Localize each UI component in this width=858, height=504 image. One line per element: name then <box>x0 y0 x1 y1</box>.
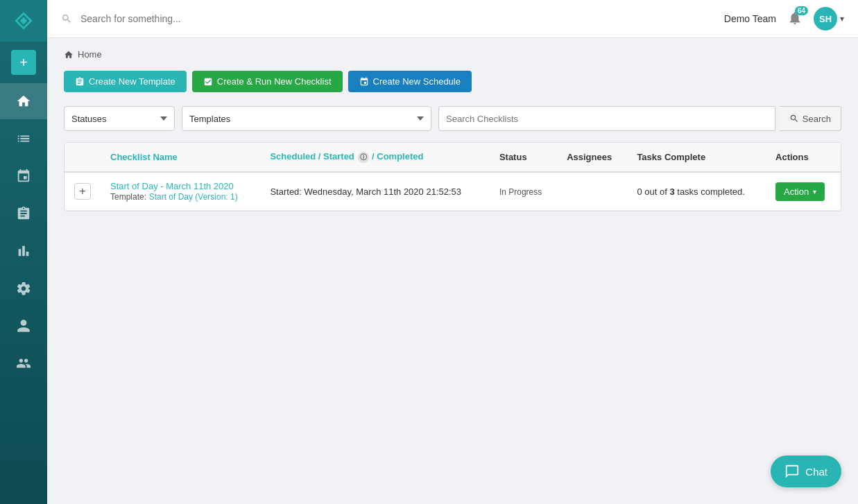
avatar-dropdown-arrow: ▾ <box>840 14 844 24</box>
calendar-icon <box>16 168 31 184</box>
chat-button[interactable]: Chat <box>771 455 841 487</box>
tasks-done: 0 <box>637 186 642 197</box>
notification-badge: 64 <box>795 6 808 15</box>
topbar-search-input[interactable] <box>80 13 716 24</box>
search-btn-label: Search <box>803 114 831 124</box>
sidebar-navigation <box>0 83 47 381</box>
app-logo-icon <box>11 8 36 33</box>
clipboard-icon <box>16 206 31 221</box>
sidebar: + <box>0 0 47 504</box>
sidebar-item-user[interactable] <box>0 308 47 344</box>
action-caret-icon: ▾ <box>813 188 816 195</box>
topbar-search-icon <box>61 13 72 24</box>
topbar: Demo Team 64 SH ▾ <box>47 0 858 38</box>
create-template-button[interactable]: Create New Template <box>64 71 187 92</box>
template-icon <box>75 77 85 87</box>
checklist-name-link[interactable]: Start of Day - March 11th 2020 <box>110 181 234 191</box>
col-header-checkbox <box>65 143 101 172</box>
breadcrumb: Home <box>64 49 841 60</box>
checklists-table-container: Checklist Name Scheduled / Started ⓘ / C… <box>64 142 841 211</box>
tasks-out-of: out of <box>644 186 667 197</box>
tasks-total: 3 <box>669 186 674 197</box>
sidebar-item-schedules[interactable] <box>0 158 47 194</box>
breadcrumb-home-icon <box>64 50 74 60</box>
template-filter[interactable]: Templates <box>182 106 431 131</box>
checklist-run-icon <box>203 77 213 87</box>
user-icon <box>16 318 31 333</box>
chat-bubble-icon <box>784 464 800 479</box>
search-checklists-wrapper: Search <box>438 106 841 131</box>
create-run-checklist-button[interactable]: Create & Run New Checklist <box>192 71 343 92</box>
col-header-actions: Actions <box>766 143 841 172</box>
row-action-cell: Action ▾ <box>766 172 841 211</box>
row-checklist-name-cell: Start of Day - March 11th 2020 Template:… <box>101 172 260 211</box>
col-header-status: Status <box>490 143 557 172</box>
template-version-link[interactable]: Start of Day (Version: 1) <box>149 192 238 202</box>
users-icon <box>16 356 31 371</box>
sidebar-item-templates[interactable] <box>0 195 47 232</box>
row-expand-button[interactable]: + <box>74 183 91 200</box>
row-tasks-cell: 0 out of 3 tasks completed. <box>627 172 766 211</box>
col-header-assignees: Assignees <box>557 143 627 172</box>
col-header-checklist-name: Checklist Name <box>101 143 260 172</box>
action-btn-label: Action <box>784 186 809 197</box>
create-schedule-label: Create New Schedule <box>373 76 461 87</box>
col-header-tasks-complete: Tasks Complete <box>627 143 766 172</box>
create-run-checklist-label: Create & Run New Checklist <box>217 76 332 87</box>
create-template-label: Create New Template <box>89 76 175 87</box>
row-expand-cell: + <box>65 172 101 211</box>
sidebar-item-checklists[interactable] <box>0 121 47 157</box>
team-name: Demo Team <box>724 13 776 24</box>
col-header-schedule-started: Scheduled / Started ⓘ / Completed <box>260 143 489 172</box>
search-checklists-button[interactable]: Search <box>780 106 841 131</box>
sidebar-logo <box>0 0 47 42</box>
checklists-table: Checklist Name Scheduled / Started ⓘ / C… <box>65 143 841 211</box>
schedule-icon <box>359 77 369 87</box>
row-assignees-cell <box>557 172 627 211</box>
main-content: Demo Team 64 SH ▾ Home Create New Templa… <box>47 0 858 504</box>
search-checklists-input[interactable] <box>438 106 775 131</box>
sidebar-item-settings[interactable] <box>0 270 47 306</box>
create-schedule-button[interactable]: Create New Schedule <box>348 71 472 92</box>
content-area: Home Create New Template Create & Run Ne… <box>47 38 858 504</box>
search-btn-icon <box>789 114 799 123</box>
wrench-icon <box>16 281 31 296</box>
notification-bell[interactable]: 64 <box>787 10 803 28</box>
bar-chart-icon <box>16 243 31 259</box>
action-buttons-row: Create New Template Create & Run New Che… <box>64 71 841 92</box>
avatar: SH <box>814 7 837 31</box>
row-schedule-started-cell: Started: Wednesday, March 11th 2020 21:5… <box>260 172 489 211</box>
sidebar-item-home[interactable] <box>0 83 47 119</box>
row-status-cell: In Progress <box>490 172 557 211</box>
table-row: + Start of Day - March 11th 2020 Templat… <box>65 172 841 211</box>
status-filter[interactable]: Statuses <box>64 106 175 131</box>
status-badge: In Progress <box>499 187 542 197</box>
topbar-right: Demo Team 64 SH ▾ <box>724 7 844 31</box>
action-dropdown-button[interactable]: Action ▾ <box>775 182 825 201</box>
sidebar-item-reports[interactable] <box>0 233 47 269</box>
sidebar-add-button[interactable]: + <box>11 50 36 75</box>
sidebar-item-team[interactable] <box>0 345 47 381</box>
chat-label: Chat <box>805 466 827 478</box>
schedule-started-text: Started: Wednesday, March 11th 2020 21:5… <box>270 186 461 197</box>
breadcrumb-home-label: Home <box>78 49 102 60</box>
started-info-icon[interactable]: ⓘ <box>358 152 369 163</box>
tasks-label: tasks completed. <box>677 186 745 197</box>
filters-row: Statuses Templates Search <box>64 106 841 131</box>
avatar-wrapper[interactable]: SH ▾ <box>814 7 844 31</box>
home-icon <box>16 94 31 109</box>
list-icon <box>16 131 31 146</box>
template-label: Template: <box>110 192 146 202</box>
table-header-row: Checklist Name Scheduled / Started ⓘ / C… <box>65 143 841 172</box>
